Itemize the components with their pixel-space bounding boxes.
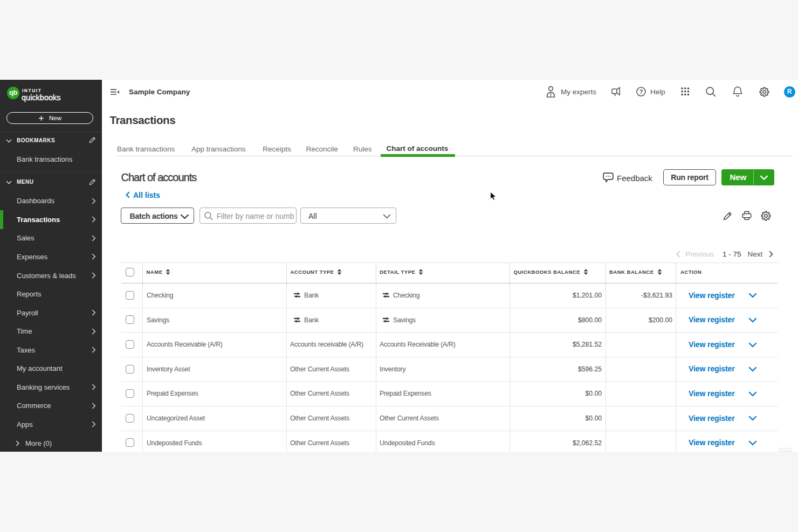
svg-text:?: ? (639, 88, 643, 95)
